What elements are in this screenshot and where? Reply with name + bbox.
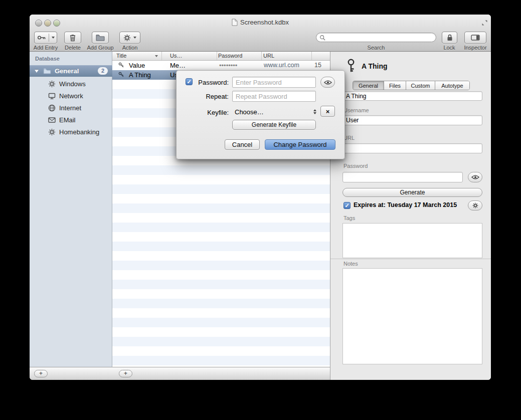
cell-modified: 15 — [314, 61, 321, 70]
sidebar-item-label: Internet — [59, 104, 81, 112]
username-label: Username — [343, 107, 369, 113]
change-password-dialog: ✓ Password: Repeat: Keyfile: Choose… × G… — [176, 70, 345, 159]
add-group-label: Add Group — [85, 45, 115, 51]
entry-count-badge: 2 — [98, 67, 108, 75]
url-label: URL — [343, 135, 355, 141]
sidebar-item-windows[interactable]: Windows — [30, 78, 112, 90]
sort-indicator-icon — [155, 55, 158, 57]
expires-settings-button[interactable] — [468, 200, 482, 211]
gear-icon — [48, 80, 56, 88]
fullscreen-icon[interactable] — [481, 19, 488, 28]
lock-button[interactable] — [442, 32, 457, 44]
key-icon — [118, 72, 124, 78]
cell-title: Value — [129, 61, 145, 70]
titlebar: Screenshot.kdbx Add Entry Delete A — [30, 15, 491, 52]
tags-field[interactable] — [342, 223, 482, 258]
delete-label: Delete — [58, 45, 88, 51]
entry-title: A Thing — [362, 62, 388, 70]
notes-label: Notes — [343, 261, 358, 267]
action-label: Action — [115, 45, 145, 51]
tab-files[interactable]: Files — [384, 81, 406, 90]
keyfile-popup-value: Choose… — [235, 108, 264, 116]
generate-button[interactable]: Generate — [342, 188, 482, 197]
section-divider — [330, 259, 491, 259]
sidebar-item-label: EMail — [59, 116, 76, 124]
entry-list-bottom-bar: + — [112, 367, 330, 380]
cancel-button[interactable]: Cancel — [225, 139, 260, 150]
password-label: Password: — [187, 79, 229, 86]
notes-field[interactable] — [342, 268, 482, 364]
keyfile-popup[interactable]: Choose… — [232, 106, 318, 117]
column-header-password[interactable]: Password — [218, 53, 242, 59]
stepper-arrows-icon — [313, 109, 316, 114]
column-separator[interactable] — [311, 52, 312, 60]
add-entry-button[interactable] — [34, 32, 57, 44]
cell-url: www.url.com — [264, 61, 299, 70]
search-input[interactable] — [327, 33, 433, 42]
column-header-title[interactable]: Title — [116, 53, 126, 59]
add-entry-plus-button[interactable]: + — [119, 370, 132, 377]
column-separator[interactable] — [261, 52, 262, 60]
keyfile-label: Keyfile: — [187, 109, 229, 116]
table-row[interactable]: Value Me… •••••••• www.url.com 15 — [112, 61, 330, 70]
generate-keyfile-button[interactable]: Generate Keyfile — [232, 120, 316, 130]
inspector-tabs: General Files Custom Autotype — [353, 81, 470, 90]
cell-username: Me… — [170, 61, 186, 70]
add-group-plus-button[interactable]: + — [34, 370, 48, 377]
password-input[interactable] — [232, 77, 316, 88]
tab-autotype[interactable]: Autotype — [435, 81, 469, 90]
sidebar-item-label: Network — [59, 92, 83, 100]
change-password-button[interactable]: Change Password — [265, 139, 335, 150]
sidebar-header: Database — [35, 56, 60, 62]
column-separator[interactable] — [217, 52, 217, 60]
gear-icon — [48, 128, 56, 136]
sidebar-group-general[interactable]: General 2 — [30, 65, 112, 77]
gear-icon — [123, 34, 131, 42]
sidebar-group-label: General — [55, 67, 79, 75]
lock-label: Lock — [434, 45, 464, 51]
search-label: Search — [361, 45, 391, 51]
screen-background: Screenshot.kdbx Add Entry Delete A — [0, 0, 521, 420]
inspector-label: Inspector — [460, 45, 490, 51]
lock-icon — [446, 34, 453, 42]
action-button[interactable] — [119, 32, 140, 44]
add-group-button[interactable] — [92, 32, 109, 44]
monitor-icon — [48, 92, 56, 100]
sidebar-item-label: Homebanking — [59, 128, 99, 136]
sidebar-item-network[interactable]: Network — [30, 90, 112, 102]
column-header-username[interactable]: Us… — [170, 53, 182, 59]
cell-password: •••••••• — [219, 61, 237, 70]
gear-icon — [472, 202, 478, 208]
expires-label: Expires at: Tuesday 17 March 2015 — [354, 201, 457, 208]
inspector-button[interactable] — [464, 32, 486, 44]
sidebar-item-internet[interactable]: Internet — [30, 102, 112, 114]
password-field[interactable] — [342, 172, 463, 182]
sidebar-bottom-bar: + — [30, 367, 112, 380]
tags-label: Tags — [343, 215, 355, 221]
folder-icon — [43, 68, 51, 74]
clear-keyfile-button[interactable]: × — [320, 106, 335, 117]
sidebar-item-homebanking[interactable]: Homebanking — [30, 126, 112, 138]
expires-checkbox[interactable]: ✓ — [343, 202, 351, 209]
trash-icon — [69, 34, 76, 42]
delete-button[interactable] — [64, 32, 81, 44]
repeat-input[interactable] — [232, 91, 316, 102]
column-separator[interactable] — [161, 52, 162, 60]
sidebar-item-email[interactable]: EMail — [30, 114, 112, 126]
username-field[interactable] — [342, 115, 482, 125]
tab-custom[interactable]: Custom — [406, 81, 435, 90]
show-password-button[interactable] — [468, 172, 482, 182]
search-field[interactable] — [316, 33, 436, 42]
tab-general[interactable]: General — [353, 81, 384, 90]
envelope-icon — [48, 116, 56, 124]
disclosure-triangle-icon[interactable] — [35, 70, 39, 73]
title-field[interactable] — [342, 91, 482, 101]
show-password-button[interactable] — [320, 77, 335, 88]
url-field[interactable] — [342, 143, 482, 153]
cell-title: A Thing — [129, 70, 151, 80]
add-entry-label: Add Entry — [31, 45, 61, 51]
sidebar-item-label: Windows — [59, 80, 86, 88]
password-label: Password — [343, 163, 368, 169]
column-header-url[interactable]: URL — [263, 53, 274, 59]
inspector-panel: A Thing General Files Custom Autotype Us… — [330, 52, 491, 380]
